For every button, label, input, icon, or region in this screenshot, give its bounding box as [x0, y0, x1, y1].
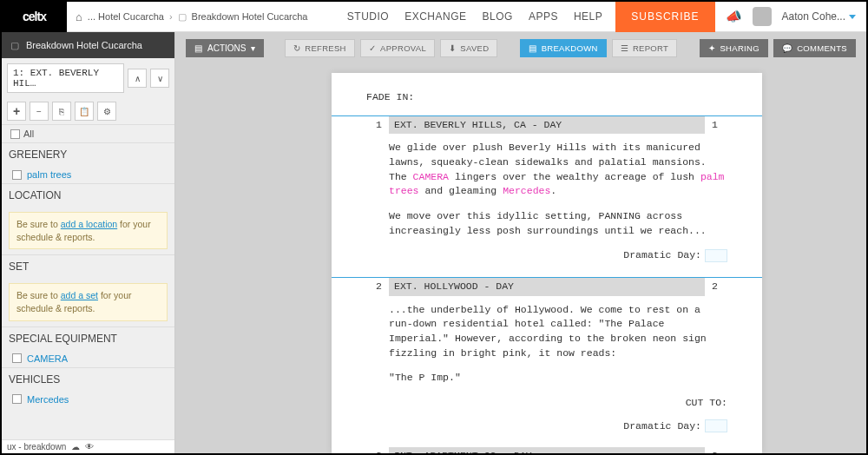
- scene-heading[interactable]: EXT. HOLLYWOOD - DAY: [389, 278, 705, 296]
- dramatic-day-input[interactable]: [705, 419, 727, 432]
- set-notice: Be sure to add a set for your schedule &…: [9, 283, 168, 320]
- approval-button[interactable]: ✓APPROVAL: [360, 39, 435, 57]
- logo[interactable]: celtx: [2, 2, 67, 32]
- report-button[interactable]: ☰REPORT: [612, 39, 678, 57]
- scene-number-right: 2: [712, 278, 727, 296]
- breadcrumb-item[interactable]: ... Hotel Cucarcha: [88, 11, 164, 22]
- scene-up-button[interactable]: ∧: [128, 69, 147, 88]
- sidebar-header: ▢ Breakdown Hotel Cucarcha: [2, 32, 174, 58]
- item-link[interactable]: palm trees: [27, 169, 71, 180]
- add-button[interactable]: +: [7, 102, 26, 121]
- category-set[interactable]: SET: [2, 254, 174, 278]
- gear-button[interactable]: ⚙: [97, 102, 116, 121]
- status-text: ux - breakdown: [7, 442, 66, 452]
- breadcrumb: ⌂ ... Hotel Cucarcha › ▢ Breakdown Hotel…: [67, 10, 316, 23]
- list-item[interactable]: palm trees: [2, 166, 174, 183]
- scene-block[interactable]: 2 EXT. HOLLYWOOD - DAY 2 ...the underbel…: [332, 278, 762, 447]
- sidebar: ▢ Breakdown Hotel Cucarcha 1: EXT. BEVER…: [2, 32, 175, 453]
- checkbox[interactable]: [10, 129, 20, 139]
- avatar[interactable]: [753, 7, 772, 26]
- comments-button[interactable]: 💬COMMENTS: [773, 39, 856, 57]
- doc-icon: ▢: [178, 11, 187, 23]
- scene-block[interactable]: 3 INT. APARTMENT 6C - DAY 3 We enter thr…: [332, 447, 762, 453]
- category-location[interactable]: LOCATION: [2, 183, 174, 207]
- scene-heading[interactable]: EXT. BEVERLY HILLS, CA - DAY: [389, 116, 705, 135]
- checkbox[interactable]: [12, 353, 22, 363]
- checkbox[interactable]: [12, 170, 22, 180]
- transition: CUT TO:: [389, 396, 727, 411]
- refresh-button[interactable]: ↻REFRESH: [285, 39, 355, 57]
- refresh-icon: ↻: [293, 43, 300, 53]
- top-bar: celtx ⌂ ... Hotel Cucarcha › ▢ Breakdown…: [2, 2, 866, 32]
- tagged-item[interactable]: CAMERA: [413, 171, 449, 182]
- nav-apps[interactable]: APPS: [529, 10, 558, 23]
- action-text[interactable]: We glide over plush Beverly Hills with i…: [389, 141, 727, 199]
- scene-number: 1: [366, 116, 382, 135]
- user-name: Aaton Cohe...: [782, 10, 845, 23]
- action-text[interactable]: "The P Imp.": [389, 371, 727, 386]
- sidebar-title: Breakdown Hotel Cucarcha: [26, 40, 166, 50]
- item-link[interactable]: Mercedes: [27, 394, 69, 405]
- share-icon: ✦: [708, 43, 715, 53]
- scene-selector[interactable]: 1: EXT. BEVERLY HIL…: [7, 63, 124, 93]
- list-item[interactable]: CAMERA: [2, 350, 174, 367]
- caret-down-icon: ▾: [251, 43, 255, 53]
- list-icon: ▤: [529, 43, 536, 53]
- nav-exchange[interactable]: EXCHANGE: [404, 10, 466, 23]
- action-text[interactable]: ...the underbelly of Hollywood. We come …: [389, 303, 727, 361]
- category-special[interactable]: SPECIAL EQUIPMENT: [2, 326, 174, 350]
- cloud-icon: ☁: [71, 442, 80, 452]
- chevron-right-icon: ›: [169, 11, 173, 22]
- scene-down-button[interactable]: ∨: [150, 69, 169, 88]
- clipboard-button[interactable]: 📋: [75, 102, 94, 121]
- nav-blog[interactable]: BLOG: [483, 10, 513, 23]
- download-icon: ⬇: [449, 43, 456, 53]
- status-bar: ux - breakdown ☁ 👁: [2, 439, 174, 453]
- check-icon: ✓: [369, 43, 376, 53]
- breakdown-button[interactable]: ▤BREAKDOWN: [520, 39, 606, 57]
- tagged-item[interactable]: Mercedes: [503, 185, 550, 196]
- megaphone-icon[interactable]: 📣: [726, 9, 742, 24]
- nav-help[interactable]: HELP: [574, 10, 602, 23]
- nav-studio[interactable]: STUDIO: [347, 10, 389, 23]
- item-toolbar: + − ⎘ 📋 ⚙: [2, 98, 174, 125]
- scene-block[interactable]: 1 EXT. BEVERLY HILLS, CA - DAY 1 We glid…: [332, 115, 762, 278]
- subscribe-button[interactable]: SUBSCRIBE: [615, 2, 714, 32]
- copy-button[interactable]: ⎘: [52, 102, 71, 121]
- user-menu[interactable]: Aaton Cohe...: [782, 10, 856, 23]
- scene-number-right: 3: [712, 447, 727, 453]
- dramatic-day-row: Dramatic Day:: [366, 419, 727, 434]
- add-set-link[interactable]: add a set: [61, 290, 98, 300]
- scene-heading[interactable]: INT. APARTMENT 6C - DAY: [389, 447, 705, 453]
- breadcrumb-item[interactable]: Breakdown Hotel Cucarcha: [192, 11, 308, 22]
- scene-number-right: 1: [712, 116, 727, 135]
- eye-icon: 👁: [85, 442, 94, 452]
- actions-menu[interactable]: ▤ ACTIONS ▾: [186, 39, 264, 57]
- content-area: ▤ ACTIONS ▾ ↻REFRESH ✓APPROVAL ⬇SAVED ▤B…: [175, 32, 866, 453]
- all-row[interactable]: All: [2, 125, 174, 142]
- action-text[interactable]: We move over this idyllic setting, PANNI…: [389, 209, 727, 238]
- location-notice: Be sure to add a location for your sched…: [9, 212, 168, 249]
- home-icon[interactable]: ⌂: [76, 10, 82, 23]
- category-greenery[interactable]: GREENERY: [2, 142, 174, 166]
- doc-icon: ▢: [10, 40, 19, 51]
- remove-button[interactable]: −: [30, 102, 49, 121]
- dramatic-day-row: Dramatic Day:: [366, 248, 727, 263]
- dramatic-day-input[interactable]: [705, 249, 727, 262]
- item-link[interactable]: CAMERA: [27, 353, 68, 364]
- scene-number: 2: [366, 278, 382, 296]
- user-area: 📣 Aaton Cohe...: [715, 7, 866, 26]
- action-bar: ▤ ACTIONS ▾ ↻REFRESH ✓APPROVAL ⬇SAVED ▤B…: [175, 32, 866, 64]
- fade-in: FADE IN:: [366, 90, 762, 105]
- sharing-button[interactable]: ✦SHARING: [700, 39, 768, 57]
- add-location-link[interactable]: add a location: [61, 219, 117, 229]
- list-item[interactable]: Mercedes: [2, 391, 174, 408]
- category-vehicles[interactable]: VEHICLES: [2, 367, 174, 391]
- scene-number: 3: [366, 447, 382, 453]
- doc-icon: ▤: [194, 43, 202, 53]
- caret-down-icon: [849, 15, 856, 19]
- saved-button[interactable]: ⬇SAVED: [440, 39, 497, 57]
- all-label: All: [23, 129, 34, 139]
- comment-icon: 💬: [782, 43, 792, 53]
- checkbox[interactable]: [12, 394, 22, 404]
